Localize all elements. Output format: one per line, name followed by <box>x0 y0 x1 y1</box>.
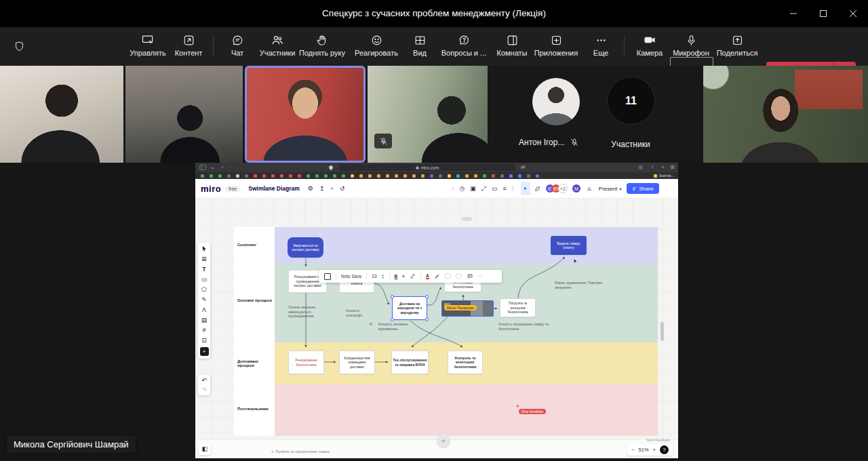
shapes-tool-icon[interactable]: ⬠ <box>201 286 207 293</box>
font-family-select[interactable]: Noto Sans <box>341 274 361 279</box>
card-icon[interactable]: ▭ <box>492 185 498 192</box>
text-color-icon[interactable]: A <box>426 273 429 279</box>
toolbar-button-view[interactable]: Вид <box>408 33 432 57</box>
shape-style-icon[interactable] <box>324 273 331 280</box>
font-size-stepper[interactable]: ▲▼ <box>382 274 384 279</box>
toolbar-button-raise-hand[interactable]: Поднять руку <box>300 33 344 57</box>
bookmark-icon[interactable] <box>500 174 504 178</box>
bold-icon[interactable]: B <box>395 274 398 279</box>
bookmark-icon[interactable] <box>218 174 222 178</box>
zoom-in-button[interactable]: + <box>653 447 656 453</box>
bookmark-icon[interactable] <box>403 174 407 178</box>
video-tile-active-speaker[interactable] <box>245 66 366 163</box>
bookmark-icon[interactable] <box>474 174 477 178</box>
flow-node[interactable]: Видача товару клієнту <box>551 236 587 255</box>
frame-collapse-pill[interactable]: ⋯ <box>462 217 472 221</box>
text-tool-icon[interactable]: T <box>202 266 206 273</box>
metric-annotation[interactable]: Кількість пошкоджень товару чи безпілотн… <box>498 322 558 331</box>
highlighter-icon[interactable] <box>434 273 440 279</box>
miro-board-canvas[interactable]: Customer Основні процеси Допоміжні проце… <box>195 198 678 439</box>
frame-title[interactable]: 1. Прийом та оформлення товару <box>271 449 330 454</box>
bookmark-icon[interactable] <box>342 174 345 178</box>
bookmark-icon[interactable] <box>254 174 257 178</box>
selected-flow-node[interactable]: Доставка на аеродром чи з аеродрому <box>392 296 427 320</box>
metric-annotation[interactable]: Скільки звернень завершуються підтвердже… <box>288 305 328 319</box>
extension-shield-icon[interactable] <box>328 165 334 171</box>
toolbar-button-camera[interactable]: Камера <box>632 33 667 57</box>
align-icon[interactable]: ≡ <box>402 274 405 279</box>
bookmark-icon[interactable] <box>395 174 398 178</box>
bookmark-icon[interactable] <box>210 174 213 178</box>
kebab-icon[interactable]: ⋮ <box>511 186 515 191</box>
bookmark-icon[interactable] <box>412 174 416 178</box>
bookmark-icon[interactable] <box>386 174 389 178</box>
connector-tool-icon[interactable]: Λ <box>202 306 206 313</box>
address-bar[interactable]: miro.com <box>339 164 515 171</box>
flow-node[interactable]: Контроль та моніторинг безпілотника <box>448 350 483 374</box>
metric-annotation[interactable]: Кількість запізнень відправлень <box>378 322 414 331</box>
more-options-icon[interactable]: ⋯ <box>478 274 483 279</box>
toolbar-button-participants[interactable]: Участники <box>257 33 298 57</box>
bookmark-icon[interactable] <box>456 174 460 178</box>
bookmark-icon[interactable] <box>324 174 328 178</box>
miro-share-button[interactable]: Share <box>627 183 658 194</box>
bookmark-icon[interactable] <box>536 174 539 178</box>
follow-pen-icon[interactable] <box>534 182 540 195</box>
bookmark-label[interactable]: Swimla... <box>659 174 674 178</box>
help-button[interactable]: ? <box>660 445 669 454</box>
bookmark-icon[interactable] <box>439 174 442 178</box>
reader-icon[interactable]: ◎ <box>638 164 643 171</box>
back-icon[interactable]: ‹ <box>222 164 224 171</box>
flow-node[interactable]: Погрузка та розгрузка безпілотника <box>500 298 536 317</box>
maximize-button[interactable] <box>808 0 838 27</box>
browser-share-icon[interactable]: ↑ <box>651 164 654 171</box>
bookmark-icon[interactable] <box>377 174 380 178</box>
bookmark-icon[interactable] <box>359 174 363 178</box>
toolbar-button-rooms[interactable]: Комнаты <box>494 33 530 57</box>
bookmark-icon[interactable] <box>421 174 425 178</box>
link-icon[interactable] <box>410 273 416 279</box>
cursor-tool-active[interactable] <box>521 182 530 195</box>
export-icon[interactable]: ↥ <box>319 185 325 192</box>
bookmark-icon[interactable] <box>315 174 319 178</box>
toolbar-button-chat[interactable]: Чат <box>224 33 251 57</box>
bookmark-icon[interactable] <box>201 174 204 178</box>
add-frame-button[interactable]: + <box>437 434 450 447</box>
font-size-value[interactable]: 23 <box>372 274 376 279</box>
upload-tool-icon[interactable]: ⊡ <box>201 337 207 344</box>
history-icon[interactable]: ↺ <box>340 185 345 192</box>
undo-icon[interactable]: ↶ <box>201 377 207 384</box>
zoom-level[interactable]: 51% <box>639 447 649 453</box>
frames-panel-toggle[interactable]: ◧ <box>199 443 211 455</box>
metric-annotation[interactable]: Кількість overweight <box>346 308 376 317</box>
close-button[interactable] <box>838 0 868 27</box>
bookmark-icon[interactable] <box>527 174 530 178</box>
bookmark-icon[interactable] <box>430 174 433 178</box>
flow-node[interactable]: Звертаються по експрес доставку <box>288 237 323 258</box>
board-title[interactable]: Swimlane Diagram <box>248 185 300 192</box>
list-icon[interactable]: ≡ <box>503 185 507 192</box>
sidebar-icon[interactable] <box>199 165 206 170</box>
settings-gear-icon[interactable]: ⚙ <box>308 185 313 192</box>
new-tab-icon[interactable]: + <box>661 164 665 171</box>
participants-count-circle[interactable]: 11 <box>607 77 655 125</box>
flow-node[interactable]: Резервування безпілотника <box>288 350 324 374</box>
video-tile-participant-1[interactable] <box>0 66 123 163</box>
toolbar-button-share-screen[interactable]: Поделиться <box>713 33 761 57</box>
toolbar-button-react[interactable]: Реагировать <box>354 33 399 57</box>
sticky-note-tool-icon[interactable]: ▭ <box>201 276 208 283</box>
bookmark-icon[interactable] <box>351 174 354 178</box>
frame-preview-icon[interactable]: ▣ <box>470 185 476 192</box>
bookmark-icon[interactable] <box>227 174 231 178</box>
select-tool-icon[interactable] <box>201 245 208 252</box>
selection-handle[interactable] <box>425 295 429 298</box>
selection-handle[interactable] <box>391 318 394 321</box>
selection-handle[interactable] <box>425 318 429 321</box>
bookmark-icon[interactable] <box>654 174 657 178</box>
toolbar-button-content[interactable]: Контент <box>171 33 206 57</box>
selection-handle[interactable] <box>391 295 394 298</box>
tab-overview-icon[interactable]: ⊞ <box>670 164 675 171</box>
rotate-handle-icon[interactable]: ⟲ <box>369 321 372 326</box>
miro-logo[interactable]: miro <box>201 184 221 194</box>
redo-icon[interactable]: ↷ <box>201 386 207 393</box>
